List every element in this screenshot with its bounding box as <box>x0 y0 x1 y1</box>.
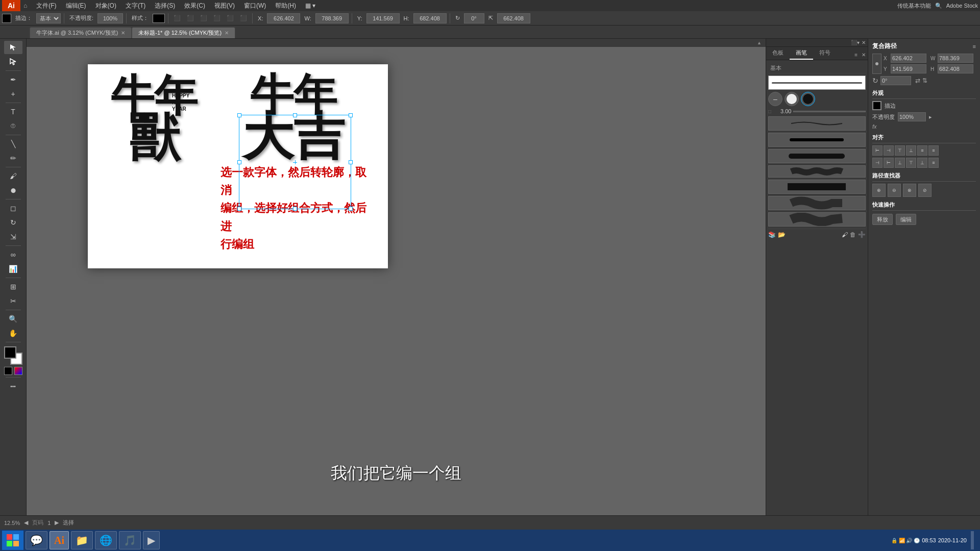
artboard-tool[interactable]: ⊞ <box>4 280 22 293</box>
pathfinder-minus[interactable]: ⊖ <box>888 184 901 197</box>
tab-close-1[interactable]: ✕ <box>121 30 125 36</box>
tab-file-1[interactable]: 牛字体.ai @ 3.12% (CMYK/预览) ✕ <box>30 27 132 38</box>
canvas-area[interactable]: ▲ 牛年 獸 HAPPYNIUYEAR 牛年 大吉 <box>27 39 766 515</box>
brush-remove-icon[interactable]: 🗑 <box>850 231 856 238</box>
brush-white-dot[interactable] <box>785 92 799 106</box>
pathfinder-exclude[interactable]: ⊘ <box>918 184 932 197</box>
none-swatch[interactable] <box>4 367 12 375</box>
dist-top-btn[interactable]: ⊤ <box>906 158 916 168</box>
align-left-icon[interactable]: ⬛ <box>172 14 183 22</box>
align-right-icon[interactable]: ⬛ <box>198 14 209 22</box>
brush-add-icon[interactable]: ➕ <box>858 231 866 238</box>
add-anchor-tool[interactable]: + <box>4 87 22 101</box>
workspace-label[interactable]: 传统基本功能 <box>897 2 931 10</box>
dist-left-btn[interactable]: ⊣ <box>872 158 883 168</box>
menu-edit[interactable]: 编辑(E) <box>62 1 90 11</box>
y-prop-input[interactable] <box>891 64 926 73</box>
brush-preview-6[interactable] <box>768 196 866 210</box>
align-center-btn[interactable]: ⊣ <box>884 145 894 156</box>
shear-icon[interactable]: ⇱ <box>486 14 495 22</box>
hand-tool[interactable]: ✋ <box>4 327 22 340</box>
taskbar-illustrator[interactable]: Ai <box>50 531 69 549</box>
gradient-swatch[interactable] <box>14 367 22 375</box>
rotate-icon[interactable]: ↻ <box>453 14 462 22</box>
fg-bg-color[interactable] <box>4 346 22 365</box>
flip-h-icon[interactable]: ⇄ <box>915 77 920 84</box>
brush-preview-1[interactable] <box>768 116 866 131</box>
x-prop-input[interactable] <box>891 54 926 63</box>
zoom-prev-icon[interactable]: ◀ <box>24 519 28 526</box>
fg-swatch[interactable] <box>4 346 16 359</box>
menu-select[interactable]: 选择(S) <box>151 1 179 11</box>
tab-swatches[interactable]: 色板 <box>766 47 790 60</box>
rotate-input[interactable] <box>464 13 484 23</box>
stroke-type-select[interactable]: 基本 <box>36 13 61 23</box>
brush-open-icon[interactable]: 📂 <box>778 231 786 238</box>
brush-paint-icon[interactable]: 🖌 <box>842 231 848 238</box>
pen-tool[interactable]: ✒ <box>4 73 22 86</box>
style-preview[interactable] <box>153 14 165 23</box>
props-options-icon[interactable]: ≡ <box>973 43 976 49</box>
menu-text[interactable]: 文字(T) <box>121 1 150 11</box>
tab-brushes[interactable]: 画笔 <box>790 47 813 60</box>
home-icon[interactable]: ⌂ <box>23 2 27 9</box>
menu-file[interactable]: 文件(F) <box>32 1 60 11</box>
show-desktop-btn[interactable] <box>971 531 974 549</box>
start-button[interactable] <box>2 531 23 550</box>
scale-tool[interactable]: ⇲ <box>4 230 22 243</box>
type-tool[interactable]: T <box>4 105 22 118</box>
dist-mid-btn[interactable]: ⊥ <box>917 158 927 168</box>
menu-view[interactable]: 视图(V) <box>210 1 239 11</box>
menu-extra[interactable]: ▦ ▾ <box>301 1 320 10</box>
column-graph-tool[interactable]: 📊 <box>4 262 22 276</box>
more-tools[interactable]: ••• <box>4 380 22 393</box>
align-bottom-btn[interactable]: ≡ <box>928 145 939 156</box>
panel-menu-icon[interactable]: ⬛▾ <box>851 40 860 45</box>
dist-right-btn[interactable]: ⊥ <box>895 158 905 168</box>
menu-object[interactable]: 对象(O) <box>91 1 120 11</box>
page-number[interactable]: 1 <box>47 520 51 526</box>
panel-collapse-icon[interactable]: ✕ <box>862 40 866 45</box>
brush-preview-2[interactable] <box>768 133 866 147</box>
search-icon[interactable]: 🔍 <box>935 3 942 9</box>
align-left-btn[interactable]: ⊢ <box>872 145 883 156</box>
brush-lib-icon[interactable]: 📚 <box>768 231 776 238</box>
zoom-level[interactable]: 12.5% <box>4 520 20 526</box>
select-tool[interactable] <box>4 41 22 54</box>
menu-effect[interactable]: 效果(C) <box>180 1 209 11</box>
align-center-icon[interactable]: ⬛ <box>185 14 196 22</box>
align-top-icon[interactable]: ⬛ <box>211 14 223 22</box>
pathfinder-unite[interactable]: ⊕ <box>872 184 886 197</box>
blob-brush-tool[interactable]: ⬤ <box>4 184 22 197</box>
align-top-btn[interactable]: ⊥ <box>906 145 916 156</box>
pencil-tool[interactable]: ✏ <box>4 152 22 165</box>
brush-black-dot[interactable] <box>801 92 815 106</box>
taskbar-media[interactable]: 🎵 <box>119 531 141 549</box>
edit-button[interactable]: 编辑 <box>896 214 916 225</box>
h-input[interactable] <box>413 13 447 23</box>
panel-expand-icon[interactable]: ≡ <box>852 50 860 60</box>
y-input[interactable] <box>366 13 400 23</box>
flip-v-icon[interactable]: ⇅ <box>922 77 927 84</box>
shear-input[interactable] <box>497 13 530 23</box>
brush-stroke-selected[interactable] <box>768 76 866 90</box>
menu-window[interactable]: 窗口(W) <box>240 1 270 11</box>
align-mid-btn[interactable]: ≡ <box>917 145 927 156</box>
align-bottom-icon[interactable]: ⬛ <box>238 14 249 22</box>
transform-proxy[interactable] <box>872 54 881 74</box>
paintbrush-tool[interactable]: 🖌 <box>4 169 22 183</box>
taskbar-player[interactable]: ▶ <box>143 531 160 549</box>
slice-tool[interactable]: ✂ <box>4 294 22 308</box>
rotate-tool[interactable]: ↻ <box>4 216 22 229</box>
line-tool[interactable]: ╲ <box>4 137 22 151</box>
brush-preview-5[interactable] <box>768 180 866 194</box>
brush-preview-7[interactable] <box>768 212 866 227</box>
menu-help[interactable]: 帮助(H) <box>271 1 300 11</box>
brush-none[interactable]: – <box>768 92 782 106</box>
tab-file-2[interactable]: 未标题-1* @ 12.5% (CMYK/预览) ✕ <box>132 27 235 38</box>
taskbar-wechat[interactable]: 💬 <box>26 531 47 549</box>
w-prop-input[interactable] <box>938 54 973 63</box>
tab-close-2[interactable]: ✕ <box>225 30 229 36</box>
w-input[interactable] <box>315 13 349 23</box>
blend-tool[interactable]: ∞ <box>4 248 22 261</box>
